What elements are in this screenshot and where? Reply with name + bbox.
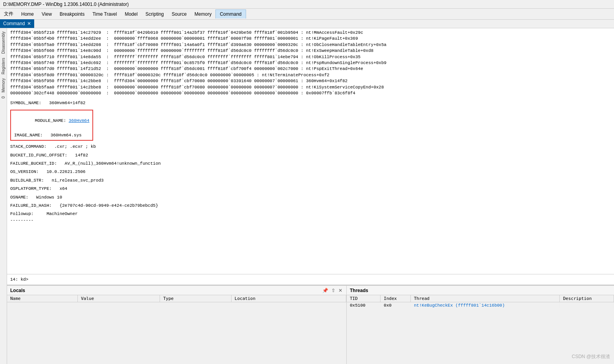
main-area: ffffd304`05b5f210 fffff801`14c27929 : ff… bbox=[7, 28, 614, 364]
dashes-line: --------- bbox=[10, 217, 611, 223]
bucket-func-offset-line: BUCKET_ID_FUNC_OFFSET: 14f82 bbox=[10, 153, 611, 158]
locals-panel-header: Locals 📌 ⇧ ✕ bbox=[7, 286, 346, 295]
locals-col-name: Name bbox=[7, 295, 78, 302]
cmd-prompt: 14: kd> bbox=[10, 277, 28, 282]
threads-tbody: 0x5100 0x0 nt!KeBugCheckEx (fffff801`14c… bbox=[347, 302, 614, 309]
buildlab-line: BUILDLAB_STR: ni_release_svc_prod3 bbox=[10, 178, 611, 184]
table-row[interactable]: 0x5100 0x0 nt!KeBugCheckEx (fffff801`14c… bbox=[347, 302, 614, 309]
menu-memory[interactable]: Memory bbox=[191, 10, 215, 18]
menu-timetravel[interactable]: Time Travel bbox=[88, 10, 121, 18]
cmd-input-bar: 14: kd> bbox=[7, 274, 614, 285]
followup-line: Followup: MachineOwner bbox=[10, 211, 611, 217]
tab-strip: Command ✕ bbox=[0, 20, 614, 28]
menu-file[interactable]: 文件 bbox=[0, 9, 17, 19]
osname-line: OSNAME: Windows 10 bbox=[10, 195, 611, 200]
cmd-input-field[interactable] bbox=[31, 277, 611, 282]
menu-bar: 文件 Home View Breakpoints Time Travel Mod… bbox=[0, 9, 614, 20]
locals-col-location: Location bbox=[231, 295, 346, 302]
locals-panel: Locals 📌 ⇧ ✕ Name Value Type Location bbox=[7, 286, 347, 364]
menu-home[interactable]: Home bbox=[17, 10, 38, 18]
cmd-line-0: ffffd304`05b5f210 fffff801`14c27929 : ff… bbox=[10, 30, 611, 36]
threads-table: TID Index Thread Description 0x5100 0x0 … bbox=[347, 295, 614, 309]
module-name-label: MODULE_NAME: bbox=[35, 118, 69, 123]
command-tab-close[interactable]: ✕ bbox=[27, 21, 31, 26]
thread-description bbox=[560, 302, 614, 309]
sidebar-disassembly[interactable]: Disassembly bbox=[1, 30, 6, 55]
bottom-panels: Locals 📌 ⇧ ✕ Name Value Type Location bbox=[7, 285, 614, 364]
stack-command-line: STACK_COMMAND: .cxr; .ecxr ; kb bbox=[10, 144, 611, 150]
locals-table-container: Name Value Type Location bbox=[7, 295, 346, 364]
threads-col-description: Description bbox=[560, 295, 614, 302]
title-bar: D:\MEMORY.DMP - WinDbg 1.2306.14001.0 (A… bbox=[0, 0, 614, 9]
locals-panel-controls: 📌 ⇧ ✕ bbox=[322, 288, 343, 293]
locals-pin-btn[interactable]: 📌 bbox=[322, 288, 329, 293]
module-name-line: MODULE_NAME: 360Hvm64 bbox=[14, 112, 89, 130]
cmd-line-6: ffffd304`05b5f7d0 fffff801`14f21d52 : 00… bbox=[10, 66, 611, 72]
module-name-link[interactable]: 360Hvm64 bbox=[69, 118, 90, 123]
threads-col-index: Index bbox=[381, 295, 411, 302]
cmd-line-2: ffffd304`05b5f5a0 fffff801`14edd208 : ff… bbox=[10, 42, 611, 48]
threads-col-thread: Thread bbox=[411, 295, 560, 302]
command-window[interactable]: ffffd304`05b5f210 fffff801`14c27929 : ff… bbox=[7, 28, 614, 274]
thread-thread: nt!KeBugCheckEx (fffff801`14c16b00) bbox=[411, 302, 560, 309]
menu-source[interactable]: Source bbox=[168, 10, 191, 18]
menu-command[interactable]: Command bbox=[215, 9, 246, 18]
sidebar-zero[interactable]: 0 bbox=[1, 95, 6, 100]
thread-tid: 0x5100 bbox=[347, 302, 381, 309]
locals-table: Name Value Type Location bbox=[7, 295, 346, 302]
command-tab-label: Command bbox=[3, 21, 25, 26]
cmd-line-5: ffffd304`05b5f740 fffff801`14edc692 : ff… bbox=[10, 60, 611, 66]
failure-bucket-line: FAILURE_BUCKET_ID: AV_R_(null)_360Hvm64!… bbox=[10, 161, 611, 167]
locals-col-value: Value bbox=[78, 295, 160, 302]
osplatform-line: OSPLATFORM_TYPE: x64 bbox=[10, 186, 611, 192]
cmd-line-9: ffffd304`05b5faa0 fffff801`14c2bbe8 : 00… bbox=[10, 85, 611, 90]
cmd-line-4: ffffd304`05b5f710 fffff801`14e8da55 : ff… bbox=[10, 54, 611, 60]
symbol-name-line: SYMBOL_NAME: 360Hvm64+14f82 bbox=[10, 100, 611, 106]
locals-float-btn[interactable]: ⇧ bbox=[331, 288, 336, 293]
threads-panel: Threads TID Index Thread Description 0x5… bbox=[347, 286, 614, 364]
threads-panel-header: Threads bbox=[347, 286, 614, 295]
cmd-line-8: ffffd304`05b5f950 fffff801`14c2bbe8 : ff… bbox=[10, 78, 611, 84]
locals-panel-title: Locals bbox=[10, 288, 25, 293]
cmd-line-1: ffffd304`05b5f4b0 fffff801`14edd2ee : 00… bbox=[10, 36, 611, 42]
cmd-line-10: 00000000`302cf448 00000000`00000000 : 00… bbox=[10, 90, 611, 96]
threads-col-tid: TID bbox=[347, 295, 381, 302]
failure-hash-line: FAILURE_ID_HASH: {2e707c4d-90cd-9949-e42… bbox=[10, 203, 611, 209]
sidebar-registers[interactable]: Registers bbox=[1, 56, 6, 76]
sidebar-memory[interactable]: Memory bbox=[1, 77, 6, 94]
menu-view[interactable]: View bbox=[38, 10, 56, 18]
image-name-line: IMAGE_NAME: 360Hvm64.sys bbox=[14, 132, 89, 138]
watermark: CSDN @技术很渣 bbox=[572, 353, 610, 360]
menu-breakpoints[interactable]: Breakpoints bbox=[56, 10, 88, 18]
cmd-line-3: ffffd304`05b5f660 fffff801`14e8c90d : 00… bbox=[10, 48, 611, 54]
title-text: D:\MEMORY.DMP - WinDbg 1.2306.14001.0 (A… bbox=[3, 2, 129, 7]
menu-scripting[interactable]: Scripting bbox=[142, 10, 168, 18]
cmd-line-7: ffffd304`05b5f8d0 fffff801`00000320c : f… bbox=[10, 72, 611, 78]
command-tab[interactable]: Command ✕ bbox=[0, 19, 34, 28]
thread-index: 0x0 bbox=[381, 302, 411, 309]
os-version-line: OS_VERSION: 10.0.22621.2506 bbox=[10, 169, 611, 175]
module-image-box: MODULE_NAME: 360Hvm64 IMAGE_NAME: 360Hvm… bbox=[10, 110, 93, 141]
threads-panel-title: Threads bbox=[350, 288, 368, 293]
locals-col-type: Type bbox=[160, 295, 232, 302]
menu-model[interactable]: Model bbox=[121, 10, 142, 18]
sidebar: Disassembly Registers Memory 0 bbox=[0, 28, 7, 364]
locals-close-btn[interactable]: ✕ bbox=[338, 288, 343, 293]
